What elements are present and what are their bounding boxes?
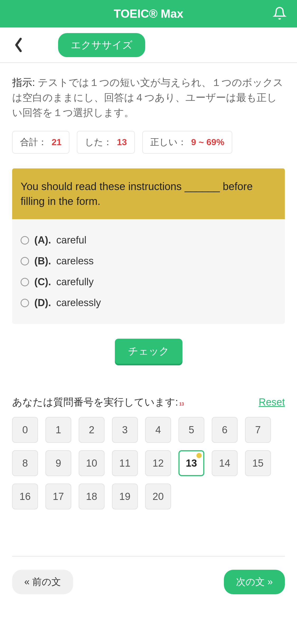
notification-bell-icon[interactable] <box>273 6 286 21</box>
answers-list: (A). careful (B). careless (C). carefull… <box>12 219 285 324</box>
number-box-5[interactable]: 5 <box>178 417 204 443</box>
check-button[interactable]: チェック <box>115 339 182 364</box>
question-number-current: 13 <box>179 402 184 406</box>
stats-row: 合計： 21 した： 13 正しい： 9 ~ 69% <box>12 131 285 154</box>
instructions-text: 指示: テストでは１つの短い文が与えられ、１つのボックスは空白のままにし、回答は… <box>12 75 285 120</box>
app-header: TOEIC® Max <box>0 0 297 27</box>
app-title: TOEIC® Max <box>114 7 183 20</box>
reset-link[interactable]: Reset <box>259 397 285 408</box>
question-number-label: あなたは質問番号を実行しています: <box>12 397 178 408</box>
number-box-18[interactable]: 18 <box>79 484 105 509</box>
answer-text: careful <box>56 234 86 246</box>
instructions-label: 指示: <box>12 77 35 88</box>
question-text: You should read these instructions _____… <box>12 168 285 219</box>
number-grid: 01234567891011121314151617181920 <box>12 417 285 509</box>
stat-correct-value: 9 ~ 69% <box>191 137 224 147</box>
stat-total-label: 合計： <box>20 137 47 147</box>
number-box-1[interactable]: 1 <box>45 417 71 443</box>
exercise-button[interactable]: エクササイズ <box>58 33 145 57</box>
stat-done-label: した： <box>85 137 112 147</box>
stat-correct-label: 正しい： <box>150 137 187 147</box>
number-box-20[interactable]: 20 <box>145 484 171 509</box>
stat-total-value: 21 <box>51 137 62 147</box>
answer-option-b[interactable]: (B). careless <box>21 251 276 272</box>
instructions-body: テストでは１つの短い文が与えられ、１つのボックスは空白のままにし、回答は４つあり… <box>12 77 283 118</box>
nav-bar: エクササイズ <box>0 27 297 63</box>
answer-letter: (B). <box>34 255 51 267</box>
answer-text: carelessly <box>56 297 101 309</box>
next-button[interactable]: 次の文 » <box>224 570 285 594</box>
stat-total: 合計： 21 <box>12 131 69 154</box>
number-box-16[interactable]: 16 <box>12 484 38 509</box>
number-box-8[interactable]: 8 <box>12 450 38 476</box>
number-box-7[interactable]: 7 <box>245 417 271 443</box>
bottom-nav: « 前の文 次の文 » <box>12 556 285 594</box>
stat-done-value: 13 <box>117 137 127 147</box>
number-box-10[interactable]: 10 <box>79 450 105 476</box>
answer-option-c[interactable]: (C). carefully <box>21 272 276 292</box>
number-box-9[interactable]: 9 <box>45 450 71 476</box>
radio-icon <box>21 257 29 265</box>
back-icon[interactable] <box>13 36 24 54</box>
main-content: 指示: テストでは１つの短い文が与えられ、１つのボックスは空白のままにし、回答は… <box>0 63 297 606</box>
prev-button[interactable]: « 前の文 <box>12 570 73 594</box>
radio-icon <box>21 299 29 307</box>
number-box-4[interactable]: 4 <box>145 417 171 443</box>
number-box-3[interactable]: 3 <box>112 417 138 443</box>
number-box-2[interactable]: 2 <box>79 417 105 443</box>
radio-icon <box>21 236 29 245</box>
question-number-label-wrap: あなたは質問番号を実行しています: 13 <box>12 395 184 409</box>
number-box-17[interactable]: 17 <box>45 484 71 509</box>
answer-text: careless <box>56 255 94 267</box>
answer-letter: (C). <box>34 276 51 288</box>
number-box-13[interactable]: 13 <box>178 450 204 476</box>
number-box-14[interactable]: 14 <box>212 450 238 476</box>
stat-done: した： 13 <box>77 131 135 154</box>
radio-icon <box>21 278 29 286</box>
number-box-12[interactable]: 12 <box>145 450 171 476</box>
question-number-header: あなたは質問番号を実行しています: 13 Reset <box>12 395 285 409</box>
number-box-0[interactable]: 0 <box>12 417 38 443</box>
number-box-15[interactable]: 15 <box>245 450 271 476</box>
question-container: You should read these instructions _____… <box>12 168 285 324</box>
stat-correct: 正しい： 9 ~ 69% <box>142 131 232 154</box>
answer-letter: (A). <box>34 234 51 246</box>
answer-text: carefully <box>56 276 94 288</box>
answer-option-a[interactable]: (A). careful <box>21 230 276 251</box>
answer-option-d[interactable]: (D). carelessly <box>21 292 276 313</box>
question-number-section: あなたは質問番号を実行しています: 13 Reset 0123456789101… <box>12 395 285 509</box>
number-box-19[interactable]: 19 <box>112 484 138 509</box>
number-box-11[interactable]: 11 <box>112 450 138 476</box>
number-box-6[interactable]: 6 <box>212 417 238 443</box>
answer-letter: (D). <box>34 297 51 309</box>
